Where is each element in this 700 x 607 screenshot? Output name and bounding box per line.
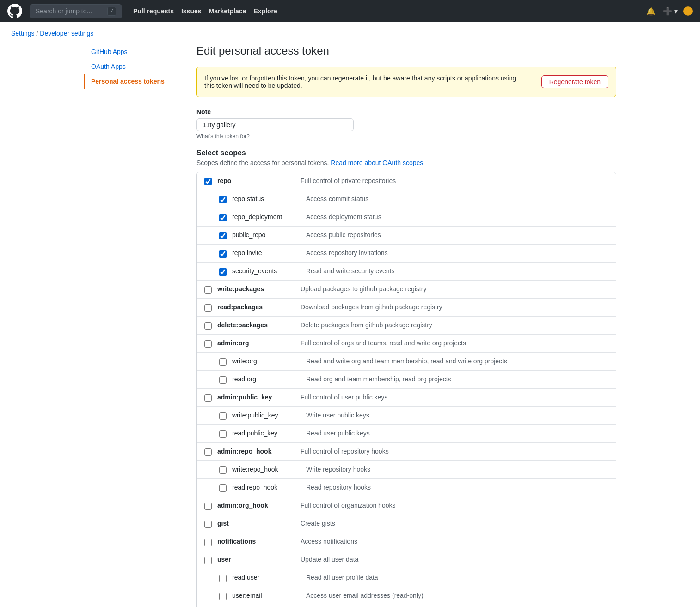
scope-checkbox-repo_invite[interactable] xyxy=(219,250,227,258)
regenerate-token-button[interactable]: Regenerate token xyxy=(541,75,608,88)
breadcrumb-separator: / xyxy=(36,30,38,37)
scope-checkbox-read_org[interactable] xyxy=(219,376,227,384)
scope-checkbox-repo_deployment[interactable] xyxy=(219,214,227,221)
scope-row: gistCreate gists xyxy=(197,515,616,533)
scope-row: repo:inviteAccess repository invitations xyxy=(197,245,616,263)
scope-desc: Read and write org and team membership, … xyxy=(306,357,608,365)
scope-name: write:repo_hook xyxy=(232,466,306,473)
scope-desc: Access user email addresses (read-only) xyxy=(306,592,608,599)
nav-issues[interactable]: Issues xyxy=(181,7,202,15)
scope-row: read:userRead all user profile data xyxy=(197,569,616,587)
note-hint: What's this token for? xyxy=(196,133,616,140)
scope-desc: Download packages from github package re… xyxy=(301,303,608,311)
scope-row: security_eventsRead and write security e… xyxy=(197,263,616,281)
scope-desc: Access deployment status xyxy=(306,213,608,221)
scopes-desc-text: Scopes define the access for personal to… xyxy=(196,159,329,166)
page-title: Edit personal access token xyxy=(196,44,616,57)
warning-text: If you've lost or forgotten this token, … xyxy=(204,74,519,89)
scope-row: user:followFollow and unfollow users xyxy=(197,605,616,607)
scope-row: userUpdate all user data xyxy=(197,551,616,569)
scope-row: repo:statusAccess commit status xyxy=(197,190,616,208)
scope-checkbox-read_public_key[interactable] xyxy=(219,430,227,438)
scope-desc: Read and write security events xyxy=(306,267,608,275)
scope-row: admin:public_keyFull control of user pub… xyxy=(197,389,616,407)
scope-name: read:public_key xyxy=(232,429,306,437)
scope-checkbox-read_packages[interactable] xyxy=(204,304,212,312)
scope-name: user xyxy=(217,556,301,563)
scope-checkbox-repo[interactable] xyxy=(204,178,212,185)
github-logo-icon xyxy=(7,4,22,18)
search-placeholder: Search or jump to... xyxy=(36,7,104,15)
header-right: 🔔 ➕ ▾ xyxy=(645,5,693,18)
scope-checkbox-notifications[interactable] xyxy=(204,539,212,546)
breadcrumb: Settings / Developer settings xyxy=(0,22,700,44)
sidebar-item-github-apps[interactable]: GitHub Apps xyxy=(84,44,185,59)
scope-name: write:packages xyxy=(217,285,301,293)
scope-row: read:repo_hookRead repository hooks xyxy=(197,479,616,497)
scope-checkbox-user_email[interactable] xyxy=(219,593,227,600)
nav-pull-requests[interactable]: Pull requests xyxy=(133,7,174,15)
scope-name: read:repo_hook xyxy=(232,484,306,491)
scope-desc: Upload packages to github package regist… xyxy=(301,285,608,293)
sidebar-item-oauth-apps[interactable]: OAuth Apps xyxy=(84,59,185,74)
scope-name: repo:invite xyxy=(232,249,306,257)
scope-checkbox-delete_packages[interactable] xyxy=(204,322,212,330)
breadcrumb-developer-settings[interactable]: Developer settings xyxy=(40,30,93,37)
scope-name: repo_deployment xyxy=(232,213,306,221)
scope-name: gist xyxy=(217,520,301,527)
scope-desc: Full control of private repositories xyxy=(301,177,608,184)
scope-desc: Access repository invitations xyxy=(306,249,608,257)
scope-row: write:repo_hookWrite repository hooks xyxy=(197,461,616,479)
scope-checkbox-gist[interactable] xyxy=(204,521,212,528)
scope-checkbox-admin_repo_hook[interactable] xyxy=(204,448,212,456)
scope-desc: Write repository hooks xyxy=(306,466,608,473)
scope-row: read:orgRead org and team membership, re… xyxy=(197,371,616,389)
scope-checkbox-security_events[interactable] xyxy=(219,268,227,276)
scope-name: security_events xyxy=(232,267,306,275)
scope-checkbox-admin_org[interactable] xyxy=(204,340,212,348)
add-button[interactable]: ➕ ▾ xyxy=(661,5,680,18)
scope-row: read:packagesDownload packages from gith… xyxy=(197,299,616,317)
scopes-group: Select scopes Scopes define the access f… xyxy=(196,149,616,607)
scope-checkbox-write_repo_hook[interactable] xyxy=(219,466,227,474)
note-input[interactable] xyxy=(196,118,354,131)
breadcrumb-settings[interactable]: Settings xyxy=(11,30,35,37)
scope-desc: Update all user data xyxy=(301,556,608,563)
scope-row: write:orgRead and write org and team mem… xyxy=(197,353,616,371)
scope-checkbox-admin_org_hook[interactable] xyxy=(204,503,212,510)
scope-name: write:public_key xyxy=(232,411,306,419)
sidebar-item-personal-access-tokens[interactable]: Personal access tokens xyxy=(84,74,185,89)
nav-explore[interactable]: Explore xyxy=(253,7,277,15)
nav-marketplace[interactable]: Marketplace xyxy=(209,7,246,15)
scope-row: delete:packagesDelete packages from gith… xyxy=(197,317,616,335)
main-content: Edit personal access token If you've los… xyxy=(196,44,616,607)
scope-checkbox-user[interactable] xyxy=(204,557,212,564)
scope-checkbox-write_org[interactable] xyxy=(219,358,227,366)
avatar[interactable] xyxy=(683,6,693,16)
scopes-read-more-link[interactable]: Read more about OAuth scopes. xyxy=(331,159,425,166)
scope-checkbox-admin_public_key[interactable] xyxy=(204,394,212,402)
scopes-title: Select scopes xyxy=(196,149,616,157)
scope-desc: Delete packages from github package regi… xyxy=(301,321,608,329)
scopes-desc: Scopes define the access for personal to… xyxy=(196,159,616,166)
scope-row: repo_deploymentAccess deployment status xyxy=(197,208,616,227)
scope-checkbox-write_public_key[interactable] xyxy=(219,412,227,420)
scope-name: admin:repo_hook xyxy=(217,448,301,455)
search-box[interactable]: Search or jump to... / xyxy=(30,4,122,18)
scope-name: repo xyxy=(217,177,301,184)
scopes-table: repoFull control of private repositories… xyxy=(196,172,616,607)
scope-checkbox-write_packages[interactable] xyxy=(204,286,212,294)
scope-checkbox-repo_status[interactable] xyxy=(219,196,227,203)
scope-row: admin:orgFull control of orgs and teams,… xyxy=(197,335,616,353)
note-label: Note xyxy=(196,108,616,116)
scope-checkbox-read_repo_hook[interactable] xyxy=(219,484,227,492)
scope-checkbox-public_repo[interactable] xyxy=(219,232,227,239)
scope-row: repoFull control of private repositories xyxy=(197,172,616,190)
scope-name: public_repo xyxy=(232,231,306,239)
scope-desc: Access commit status xyxy=(306,195,608,202)
scope-checkbox-read_user[interactable] xyxy=(219,575,227,582)
scope-name: read:packages xyxy=(217,303,301,311)
warning-box: If you've lost or forgotten this token, … xyxy=(196,67,616,97)
layout: GitHub Apps OAuth Apps Personal access t… xyxy=(73,44,627,607)
notifications-button[interactable]: 🔔 xyxy=(645,5,657,18)
